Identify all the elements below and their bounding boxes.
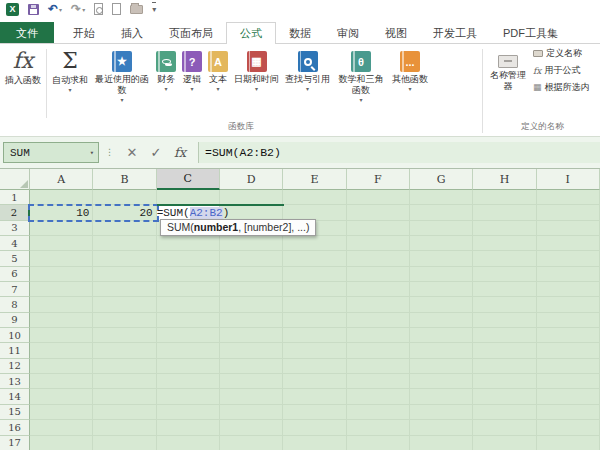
tab-1[interactable]: 插入 (108, 22, 156, 44)
row-header-10[interactable]: 10 (0, 328, 30, 343)
cell-C15[interactable] (157, 405, 220, 420)
cell-H5[interactable] (473, 251, 536, 266)
save-icon[interactable] (28, 2, 39, 16)
enter-button[interactable]: ✓ (144, 145, 168, 160)
cell-E9[interactable] (283, 313, 346, 328)
cell-E7[interactable] (283, 282, 346, 297)
cell-E11[interactable] (283, 343, 346, 358)
cell-I16[interactable] (537, 420, 600, 435)
cell-E13[interactable] (283, 374, 346, 389)
cell-H14[interactable] (473, 389, 536, 404)
print-preview-icon[interactable] (94, 2, 103, 16)
cell-C5[interactable] (157, 251, 220, 266)
cell-C9[interactable] (157, 313, 220, 328)
cell-C17[interactable] (157, 436, 220, 450)
text-button[interactable]: A 文本 ▾ (205, 46, 231, 92)
cell-B11[interactable] (93, 343, 156, 358)
cell-D15[interactable] (220, 405, 283, 420)
cell-F9[interactable] (347, 313, 410, 328)
cell-A16[interactable] (30, 420, 93, 435)
cell-F2[interactable] (347, 205, 410, 220)
column-header-A[interactable]: A (30, 169, 93, 190)
cell-B7[interactable] (93, 282, 156, 297)
cell-H2[interactable] (473, 205, 536, 220)
cell-D4[interactable] (220, 236, 283, 251)
open-folder-icon[interactable] (130, 2, 143, 16)
row-header-11[interactable]: 11 (0, 343, 30, 358)
cell-I17[interactable] (537, 436, 600, 450)
cell-A15[interactable] (30, 405, 93, 420)
cell-B14[interactable] (93, 389, 156, 404)
cell-H16[interactable] (473, 420, 536, 435)
row-header-5[interactable]: 5 (0, 251, 30, 266)
cell-A12[interactable] (30, 359, 93, 374)
cell-G13[interactable] (410, 374, 473, 389)
tab-7[interactable]: 开发工具 (420, 22, 490, 44)
cell-B15[interactable] (93, 405, 156, 420)
cell-G14[interactable] (410, 389, 473, 404)
cell-I7[interactable] (537, 282, 600, 297)
customize-toolbar-icon[interactable]: ▾ (152, 2, 156, 16)
cell-I15[interactable] (537, 405, 600, 420)
cell-F12[interactable] (347, 359, 410, 374)
cell-G7[interactable] (410, 282, 473, 297)
cell-F7[interactable] (347, 282, 410, 297)
row-header-4[interactable]: 4 (0, 236, 30, 251)
cell-F11[interactable] (347, 343, 410, 358)
cell-G15[interactable] (410, 405, 473, 420)
row-header-7[interactable]: 7 (0, 282, 30, 297)
row-header-1[interactable]: 1 (0, 190, 30, 205)
name-box[interactable]: SUM ▾ (3, 142, 99, 163)
new-document-icon[interactable] (112, 2, 121, 16)
cell-A8[interactable] (30, 297, 93, 312)
row-header-8[interactable]: 8 (0, 297, 30, 312)
cell-E17[interactable] (283, 436, 346, 450)
cell-E4[interactable] (283, 236, 346, 251)
cell-D11[interactable] (220, 343, 283, 358)
cell-I5[interactable] (537, 251, 600, 266)
logical-button[interactable]: ? 逻辑 ▾ (179, 46, 205, 92)
cell-G12[interactable] (410, 359, 473, 374)
cell-D8[interactable] (220, 297, 283, 312)
cell-B2[interactable]: 20 (93, 205, 156, 220)
cell-A17[interactable] (30, 436, 93, 450)
column-header-H[interactable]: H (473, 169, 536, 190)
cell-A13[interactable] (30, 374, 93, 389)
cell-H15[interactable] (473, 405, 536, 420)
cell-F4[interactable] (347, 236, 410, 251)
undo-icon[interactable]: ↶▾ (48, 2, 62, 16)
cell-C6[interactable] (157, 267, 220, 282)
row-header-9[interactable]: 9 (0, 313, 30, 328)
cell-D6[interactable] (220, 267, 283, 282)
cell-D5[interactable] (220, 251, 283, 266)
cell-A14[interactable] (30, 389, 93, 404)
autosum-button[interactable]: Σ 自动求和 ▾ (49, 46, 91, 93)
tab-file[interactable]: 文件 (0, 22, 54, 44)
cell-A2[interactable]: 10 (30, 205, 93, 220)
row-header-6[interactable]: 6 (0, 267, 30, 282)
cell-I9[interactable] (537, 313, 600, 328)
tab-4[interactable]: 数据 (276, 22, 324, 44)
tab-5[interactable]: 审阅 (324, 22, 372, 44)
redo-dropdown-icon[interactable]: ▾ (82, 6, 85, 13)
tab-0[interactable]: 开始 (60, 22, 108, 44)
cell-C14[interactable] (157, 389, 220, 404)
cell-H8[interactable] (473, 297, 536, 312)
cell-A4[interactable] (30, 236, 93, 251)
cell-H11[interactable] (473, 343, 536, 358)
cell-D10[interactable] (220, 328, 283, 343)
cell-A3[interactable] (30, 221, 93, 236)
cell-G17[interactable] (410, 436, 473, 450)
cell-D1[interactable] (220, 190, 283, 205)
column-header-F[interactable]: F (347, 169, 410, 190)
cell-A10[interactable] (30, 328, 93, 343)
cell-G16[interactable] (410, 420, 473, 435)
define-name-button[interactable]: 定义名称 (531, 46, 600, 61)
undo-dropdown-icon[interactable]: ▾ (59, 6, 62, 13)
cell-E12[interactable] (283, 359, 346, 374)
redo-icon[interactable]: ↷▾ (71, 2, 85, 16)
cell-I10[interactable] (537, 328, 600, 343)
cell-H12[interactable] (473, 359, 536, 374)
row-header-17[interactable]: 17 (0, 436, 30, 450)
math-trig-button[interactable]: θ 数学和三角函数 ▾ (333, 46, 389, 103)
